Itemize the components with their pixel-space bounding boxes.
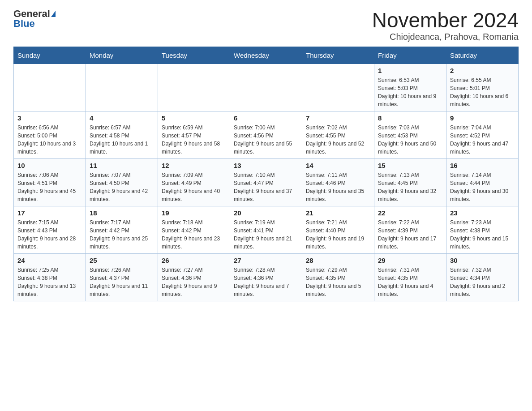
calendar-cell: 21Sunrise: 7:21 AM Sunset: 4:40 PM Dayli… <box>302 206 374 253</box>
calendar-cell: 13Sunrise: 7:10 AM Sunset: 4:47 PM Dayli… <box>230 158 302 206</box>
day-info: Sunrise: 7:28 AM Sunset: 4:36 PM Dayligh… <box>234 266 298 298</box>
calendar-cell: 24Sunrise: 7:25 AM Sunset: 4:38 PM Dayli… <box>14 253 86 301</box>
day-number: 3 <box>17 114 82 122</box>
calendar-cell <box>14 64 86 111</box>
logo-blue-text: Blue <box>13 19 35 29</box>
calendar-cell: 6Sunrise: 7:00 AM Sunset: 4:56 PM Daylig… <box>230 111 302 158</box>
day-number: 21 <box>306 209 370 217</box>
calendar-cell: 28Sunrise: 7:29 AM Sunset: 4:35 PM Dayli… <box>302 253 374 301</box>
day-info: Sunrise: 7:18 AM Sunset: 4:42 PM Dayligh… <box>162 218 226 251</box>
day-info: Sunrise: 7:07 AM Sunset: 4:50 PM Dayligh… <box>90 171 154 203</box>
day-number: 10 <box>17 162 82 169</box>
day-info: Sunrise: 7:03 AM Sunset: 4:53 PM Dayligh… <box>378 124 442 156</box>
calendar-header-wednesday: Wednesday <box>230 47 302 64</box>
calendar-cell: 26Sunrise: 7:27 AM Sunset: 4:36 PM Dayli… <box>158 253 230 301</box>
calendar-cell: 19Sunrise: 7:18 AM Sunset: 4:42 PM Dayli… <box>158 206 230 253</box>
calendar-cell: 23Sunrise: 7:23 AM Sunset: 4:38 PM Dayli… <box>446 206 519 253</box>
calendar-week-row: 17Sunrise: 7:15 AM Sunset: 4:43 PM Dayli… <box>14 206 519 253</box>
day-info: Sunrise: 7:02 AM Sunset: 4:55 PM Dayligh… <box>306 124 370 156</box>
day-info: Sunrise: 7:10 AM Sunset: 4:47 PM Dayligh… <box>234 171 298 203</box>
day-number: 30 <box>450 257 515 264</box>
calendar-cell: 12Sunrise: 7:09 AM Sunset: 4:49 PM Dayli… <box>158 158 230 206</box>
day-number: 14 <box>306 162 370 169</box>
day-number: 19 <box>162 209 226 217</box>
day-number: 6 <box>234 114 298 122</box>
day-info: Sunrise: 6:55 AM Sunset: 5:01 PM Dayligh… <box>450 76 515 108</box>
day-info: Sunrise: 7:29 AM Sunset: 4:35 PM Dayligh… <box>306 266 370 298</box>
calendar-cell: 3Sunrise: 6:56 AM Sunset: 5:00 PM Daylig… <box>14 111 86 158</box>
calendar-header-monday: Monday <box>86 47 158 64</box>
calendar-header-tuesday: Tuesday <box>158 47 230 64</box>
day-number: 12 <box>162 162 226 169</box>
day-info: Sunrise: 7:31 AM Sunset: 4:35 PM Dayligh… <box>378 266 442 298</box>
day-info: Sunrise: 7:22 AM Sunset: 4:39 PM Dayligh… <box>378 218 442 251</box>
day-number: 9 <box>450 114 515 122</box>
calendar-cell <box>230 64 302 111</box>
day-number: 8 <box>378 114 442 122</box>
day-number: 11 <box>90 162 154 169</box>
day-info: Sunrise: 7:15 AM Sunset: 4:43 PM Dayligh… <box>17 218 82 251</box>
calendar-header-thursday: Thursday <box>302 47 374 64</box>
day-info: Sunrise: 7:21 AM Sunset: 4:40 PM Dayligh… <box>306 218 370 251</box>
day-info: Sunrise: 6:57 AM Sunset: 4:58 PM Dayligh… <box>90 124 154 156</box>
day-number: 7 <box>306 114 370 122</box>
calendar-cell: 30Sunrise: 7:32 AM Sunset: 4:34 PM Dayli… <box>446 253 519 301</box>
calendar-cell: 22Sunrise: 7:22 AM Sunset: 4:39 PM Dayli… <box>374 206 446 253</box>
day-info: Sunrise: 6:56 AM Sunset: 5:00 PM Dayligh… <box>17 124 82 156</box>
calendar-cell: 2Sunrise: 6:55 AM Sunset: 5:01 PM Daylig… <box>446 64 519 111</box>
day-number: 27 <box>234 257 298 264</box>
day-info: Sunrise: 7:14 AM Sunset: 4:44 PM Dayligh… <box>450 171 515 203</box>
calendar-cell: 17Sunrise: 7:15 AM Sunset: 4:43 PM Dayli… <box>14 206 86 253</box>
day-info: Sunrise: 7:23 AM Sunset: 4:38 PM Dayligh… <box>450 218 515 251</box>
day-info: Sunrise: 7:26 AM Sunset: 4:37 PM Dayligh… <box>90 266 154 298</box>
day-number: 29 <box>378 257 442 264</box>
day-number: 25 <box>90 257 154 264</box>
day-info: Sunrise: 7:09 AM Sunset: 4:49 PM Dayligh… <box>162 171 226 203</box>
logo-general-text: General <box>13 9 50 19</box>
day-number: 23 <box>450 209 515 217</box>
day-number: 17 <box>17 209 82 217</box>
calendar-cell <box>302 64 374 111</box>
day-number: 5 <box>162 114 226 122</box>
calendar-header-saturday: Saturday <box>446 47 519 64</box>
day-number: 15 <box>378 162 442 169</box>
title-block: November 2024 Chiojdeanca, Prahova, Roma… <box>372 9 519 42</box>
calendar-cell: 29Sunrise: 7:31 AM Sunset: 4:35 PM Dayli… <box>374 253 446 301</box>
day-info: Sunrise: 7:11 AM Sunset: 4:46 PM Dayligh… <box>306 171 370 203</box>
day-info: Sunrise: 6:53 AM Sunset: 5:03 PM Dayligh… <box>378 76 442 108</box>
calendar-week-row: 3Sunrise: 6:56 AM Sunset: 5:00 PM Daylig… <box>14 111 519 158</box>
day-number: 1 <box>378 67 442 74</box>
day-number: 20 <box>234 209 298 217</box>
calendar-cell: 5Sunrise: 6:59 AM Sunset: 4:57 PM Daylig… <box>158 111 230 158</box>
day-number: 16 <box>450 162 515 169</box>
calendar-cell: 9Sunrise: 7:04 AM Sunset: 4:52 PM Daylig… <box>446 111 519 158</box>
day-number: 26 <box>162 257 226 264</box>
day-info: Sunrise: 7:04 AM Sunset: 4:52 PM Dayligh… <box>450 124 515 156</box>
day-info: Sunrise: 6:59 AM Sunset: 4:57 PM Dayligh… <box>162 124 226 156</box>
calendar-week-row: 24Sunrise: 7:25 AM Sunset: 4:38 PM Dayli… <box>14 253 519 301</box>
logo: General Blue <box>13 9 56 29</box>
day-info: Sunrise: 7:13 AM Sunset: 4:45 PM Dayligh… <box>378 171 442 203</box>
calendar-cell: 7Sunrise: 7:02 AM Sunset: 4:55 PM Daylig… <box>302 111 374 158</box>
page-header: General Blue November 2024 Chiojdeanca, … <box>13 9 519 42</box>
day-number: 24 <box>17 257 82 264</box>
calendar-header-friday: Friday <box>374 47 446 64</box>
calendar-header-row: SundayMondayTuesdayWednesdayThursdayFrid… <box>14 47 519 64</box>
day-number: 13 <box>234 162 298 169</box>
day-info: Sunrise: 7:17 AM Sunset: 4:42 PM Dayligh… <box>90 218 154 251</box>
day-number: 4 <box>90 114 154 122</box>
calendar-cell <box>86 64 158 111</box>
calendar-week-row: 1Sunrise: 6:53 AM Sunset: 5:03 PM Daylig… <box>14 64 519 111</box>
calendar-cell: 18Sunrise: 7:17 AM Sunset: 4:42 PM Dayli… <box>86 206 158 253</box>
day-info: Sunrise: 7:19 AM Sunset: 4:41 PM Dayligh… <box>234 218 298 251</box>
logo-triangle-icon <box>51 11 56 17</box>
day-number: 28 <box>306 257 370 264</box>
day-info: Sunrise: 7:06 AM Sunset: 4:51 PM Dayligh… <box>17 171 82 203</box>
calendar-cell: 14Sunrise: 7:11 AM Sunset: 4:46 PM Dayli… <box>302 158 374 206</box>
calendar-table: SundayMondayTuesdayWednesdayThursdayFrid… <box>13 47 519 301</box>
calendar-cell: 27Sunrise: 7:28 AM Sunset: 4:36 PM Dayli… <box>230 253 302 301</box>
day-info: Sunrise: 7:27 AM Sunset: 4:36 PM Dayligh… <box>162 266 226 298</box>
calendar-cell: 10Sunrise: 7:06 AM Sunset: 4:51 PM Dayli… <box>14 158 86 206</box>
calendar-week-row: 10Sunrise: 7:06 AM Sunset: 4:51 PM Dayli… <box>14 158 519 206</box>
day-number: 18 <box>90 209 154 217</box>
